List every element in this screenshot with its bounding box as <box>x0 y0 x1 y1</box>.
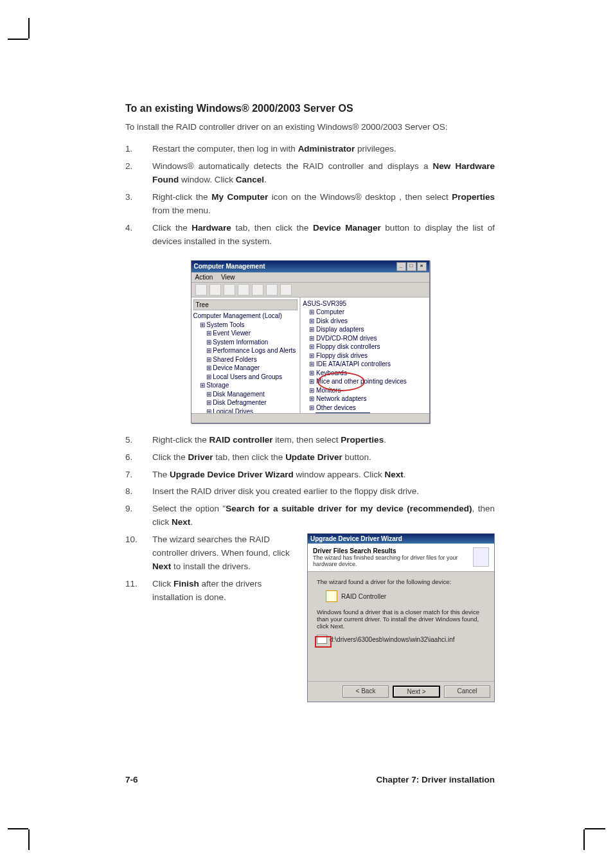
highlight-circle <box>317 372 365 391</box>
cancel-button[interactable]: Cancel <box>444 686 490 698</box>
step-item: 7.The Upgrade Device Driver Wizard windo… <box>125 468 495 482</box>
tree-item[interactable]: ⊞ Shared Folders <box>193 355 298 364</box>
wizard-window: Upgrade Device Driver Wizard Driver File… <box>307 533 495 702</box>
tree-pane: Tree Computer Management (Local)⊞ System… <box>191 297 301 413</box>
device-item[interactable]: ⊞ Network adapters <box>303 394 427 403</box>
steps-list-b: 5.Right-click the RAID controller item, … <box>125 434 495 530</box>
wizard-path: d:\drivers\6300esb\windows\win32\iaahci.… <box>330 636 455 643</box>
device-manager-window: Computer Management _ □ × Action View Tr… <box>191 260 430 423</box>
step-item: 8.Insert the RAID driver disk you create… <box>125 485 495 499</box>
toolbar-icon[interactable] <box>252 284 263 296</box>
statusbar <box>191 413 429 423</box>
tree-item[interactable]: ⊞ Event Viewer <box>193 329 298 338</box>
toolbar-icon[interactable] <box>224 284 235 296</box>
step-item: 5.Right-click the RAID controller item, … <box>125 434 495 447</box>
intro-text: To install the RAID controller driver on… <box>125 121 495 134</box>
close-icon[interactable]: × <box>417 262 427 271</box>
toolbar-icon[interactable] <box>266 284 278 296</box>
device-item[interactable]: ⊞ Display adapters <box>303 325 427 334</box>
wizard-device-name: RAID Controller <box>341 593 386 600</box>
highlight-box <box>315 636 332 648</box>
tree-item[interactable]: ⊞ Local Users and Groups <box>193 373 298 382</box>
device-item[interactable]: ⊞ RAID Controller <box>303 412 427 413</box>
tree-item[interactable]: ⊞ Performance Logs and Alerts <box>193 346 298 355</box>
step-item: Click the Hardware tab, then click the D… <box>125 222 495 249</box>
wizard-icon <box>473 547 489 567</box>
wizard-title: Upgrade Device Driver Wizard <box>310 535 402 542</box>
step-item: 10.The wizard searches the RAID controll… <box>125 533 296 574</box>
step-item: Right-click the My Computer icon on the … <box>125 191 495 218</box>
device-item[interactable]: ⊞ Computer <box>303 308 427 317</box>
wizard-header-title: Driver Files Search Results <box>313 547 473 554</box>
device-item[interactable]: ⊞ Disk drives <box>303 317 427 326</box>
steps-list-c: 10.The wizard searches the RAID controll… <box>125 533 296 608</box>
step-item: 9.Select the option "Search for a suitab… <box>125 502 495 529</box>
tree-item[interactable]: ⊞ Disk Defragmenter <box>193 398 298 407</box>
titlebar: Computer Management _ □ × <box>191 261 429 272</box>
step-item: 11.Click Finish after the drivers instal… <box>125 578 296 605</box>
device-item[interactable]: ⊞ DVD/CD-ROM drives <box>303 334 427 343</box>
next-button[interactable]: Next > <box>393 686 440 698</box>
minimize-icon[interactable]: _ <box>396 262 406 271</box>
toolbar-icon[interactable] <box>195 284 207 296</box>
page-number: 7-6 <box>125 775 138 784</box>
toolbar-icon[interactable] <box>209 284 221 296</box>
menu-action[interactable]: Action <box>195 274 213 281</box>
device-item[interactable]: ⊞ Floppy disk controllers <box>303 342 427 351</box>
window-title: Computer Management <box>194 263 265 270</box>
tree-item[interactable]: ⊞ Logical Drives <box>193 407 298 413</box>
back-button[interactable]: < Back <box>342 686 389 698</box>
wizard-found-line: The wizard found a driver for the follow… <box>317 578 485 585</box>
wizard-closer-line: Windows found a driver that is a closer … <box>317 608 485 630</box>
step-item: 6.Click the Driver tab, then click the U… <box>125 451 495 465</box>
tree-item[interactable]: ⊞ Storage <box>193 381 298 390</box>
tree-item[interactable]: ⊞ Disk Management <box>193 390 298 399</box>
toolbar-icon[interactable] <box>238 284 249 296</box>
device-item[interactable]: ASUS-SVR395 <box>303 299 427 308</box>
toolbar <box>191 283 429 297</box>
device-item[interactable]: ⊞ Other devices <box>303 403 427 412</box>
wizard-header-sub: The wizard has finished searching for dr… <box>313 554 473 567</box>
tree-item[interactable]: ⊞ Device Manager <box>193 364 298 373</box>
tree-header: Tree <box>193 299 298 311</box>
menubar: Action View <box>191 272 429 283</box>
step-item: Windows® automatically detects the RAID … <box>125 160 495 187</box>
device-pane: ASUS-SVR395⊞ Computer⊞ Disk drives⊞ Disp… <box>301 297 429 413</box>
device-icon <box>326 590 337 602</box>
steps-list-a: Restart the computer, then log in with A… <box>125 143 495 248</box>
toolbar-icon[interactable] <box>280 284 292 296</box>
menu-view[interactable]: View <box>221 274 235 281</box>
chapter-title: Chapter 7: Driver installation <box>376 775 495 784</box>
tree-item[interactable]: Computer Management (Local) <box>193 312 298 321</box>
tree-item[interactable]: ⊞ System Information <box>193 338 298 347</box>
step-item: Restart the computer, then log in with A… <box>125 143 495 156</box>
tree-item[interactable]: ⊞ System Tools <box>193 321 298 330</box>
maximize-icon[interactable]: □ <box>407 262 416 271</box>
section-heading: To an existing Windows® 2000/2003 Server… <box>125 103 495 114</box>
device-item[interactable]: ⊞ IDE ATA/ATAPI controllers <box>303 360 427 369</box>
device-item[interactable]: ⊞ Floppy disk drives <box>303 351 427 360</box>
